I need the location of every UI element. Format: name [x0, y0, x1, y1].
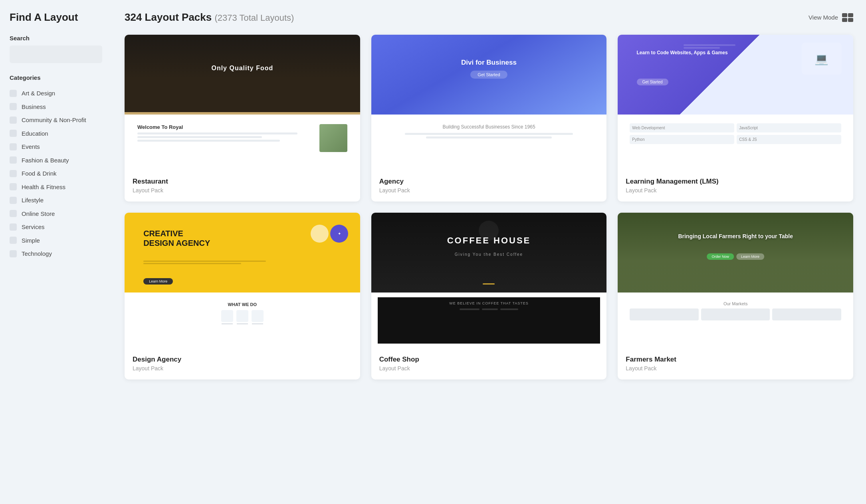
category-name-fashion-beauty: Fashion & Beauty — [22, 156, 69, 164]
card-info-coffee-shop: Coffee Shop Layout Pack — [371, 348, 607, 379]
category-checkbox-technology[interactable] — [10, 250, 17, 257]
main-content: 324 Layout Packs (2373 Total Layouts) Vi… — [112, 0, 866, 504]
card-agency[interactable]: Divi for Business Get Started Building S… — [371, 35, 607, 202]
category-name-food-drink: Food & Drink — [22, 170, 57, 178]
card-title-design-agency: Design Agency — [133, 356, 352, 364]
view-mode-area[interactable]: View Mode — [809, 13, 853, 22]
category-item-fashion-beauty[interactable]: Fashion & Beauty — [10, 154, 102, 167]
view-mode-label: View Mode — [809, 14, 838, 21]
card-title-restaurant: Restaurant — [133, 178, 352, 186]
card-title-agency: Agency — [379, 178, 599, 186]
category-item-events[interactable]: Events — [10, 140, 102, 154]
card-preview-farmers-market: Bringing Local Farmers Right to your Tab… — [618, 213, 853, 348]
category-checkbox-online-store[interactable] — [10, 210, 17, 217]
category-name-technology: Technology — [22, 250, 52, 258]
category-name-events: Events — [22, 143, 40, 151]
total-layouts: (2373 Total Layouts) — [214, 13, 294, 23]
category-checkbox-community-nonprofit[interactable] — [10, 117, 17, 124]
search-label: Search — [10, 35, 102, 42]
card-info-restaurant: Restaurant Layout Pack — [125, 170, 360, 202]
category-name-education: Education — [22, 130, 48, 138]
card-info-farmers-market: Farmers Market Layout Pack — [618, 348, 853, 379]
main-header: 324 Layout Packs (2373 Total Layouts) Vi… — [125, 11, 853, 24]
category-checkbox-simple[interactable] — [10, 237, 17, 244]
category-item-education[interactable]: Education — [10, 127, 102, 140]
category-item-food-drink[interactable]: Food & Drink — [10, 167, 102, 180]
main-title-area: 324 Layout Packs (2373 Total Layouts) — [125, 11, 294, 24]
card-preview-restaurant: Only Quality Food Welcome To Royal — [125, 35, 360, 170]
main-title: 324 Layout Packs (2373 Total Layouts) — [125, 11, 294, 23]
category-checkbox-food-drink[interactable] — [10, 170, 17, 177]
category-item-online-store[interactable]: Online Store — [10, 207, 102, 221]
cards-grid: Only Quality Food Welcome To Royal — [125, 35, 853, 379]
categories-list: Art & Design Business Community & Non-Pr… — [10, 87, 102, 261]
sidebar-title: Find A Layout — [10, 11, 102, 24]
card-info-agency: Agency Layout Pack — [371, 170, 607, 202]
card-subtitle-lms: Layout Pack — [626, 187, 845, 194]
card-preview-design-agency: CREATIVEDESIGN AGENCY Learn More ✦ WHAT … — [125, 213, 360, 348]
category-checkbox-fashion-beauty[interactable] — [10, 156, 17, 164]
card-preview-bottom-agency: Building Successful Businesses Since 196… — [371, 115, 607, 170]
card-title-coffee-shop: Coffee Shop — [379, 356, 599, 364]
category-item-services[interactable]: Services — [10, 220, 102, 234]
card-preview-bottom-farmers-market: Our Markets — [618, 293, 853, 348]
layout-count: 324 Layout Packs — [125, 11, 212, 23]
categories-label: Categories — [10, 74, 102, 81]
category-item-technology[interactable]: Technology — [10, 247, 102, 261]
category-checkbox-health-fitness[interactable] — [10, 183, 17, 190]
category-name-health-fitness: Health & Fitness — [22, 183, 65, 191]
card-title-farmers-market: Farmers Market — [626, 356, 845, 364]
category-checkbox-events[interactable] — [10, 143, 17, 150]
category-name-simple: Simple — [22, 237, 40, 245]
category-item-lifestyle[interactable]: Lifestyle — [10, 194, 102, 207]
card-info-design-agency: Design Agency Layout Pack — [125, 348, 360, 379]
card-subtitle-farmers-market: Layout Pack — [626, 365, 845, 372]
card-preview-lms: Learn to Code Websites, Apps & Games Get… — [618, 35, 853, 170]
card-subtitle-design-agency: Layout Pack — [133, 365, 352, 372]
card-title-lms: Learning Management (LMS) — [626, 178, 845, 186]
sidebar: Find A Layout Search Categories Art & De… — [0, 0, 112, 504]
category-checkbox-services[interactable] — [10, 223, 17, 231]
card-info-lms: Learning Management (LMS) Layout Pack — [618, 170, 853, 202]
card-restaurant[interactable]: Only Quality Food Welcome To Royal — [125, 35, 360, 202]
view-mode-icon[interactable] — [842, 13, 853, 22]
card-coffee-shop[interactable]: COFFEE HOUSE Giving You the Best Coffee … — [371, 213, 607, 379]
category-name-services: Services — [22, 223, 45, 231]
card-design-agency[interactable]: CREATIVEDESIGN AGENCY Learn More ✦ WHAT … — [125, 213, 360, 379]
category-name-lifestyle: Lifestyle — [22, 196, 44, 204]
card-lms[interactable]: Learn to Code Websites, Apps & Games Get… — [618, 35, 853, 202]
category-item-art-design[interactable]: Art & Design — [10, 87, 102, 100]
category-name-online-store: Online Store — [22, 210, 55, 218]
card-farmers-market[interactable]: Bringing Local Farmers Right to your Tab… — [618, 213, 853, 379]
category-checkbox-art-design[interactable] — [10, 90, 17, 97]
card-subtitle-coffee-shop: Layout Pack — [379, 365, 599, 372]
card-preview-bottom-restaurant: Welcome To Royal — [125, 115, 360, 170]
card-subtitle-agency: Layout Pack — [379, 187, 599, 194]
category-item-health-fitness[interactable]: Health & Fitness — [10, 180, 102, 194]
card-preview-coffee-shop: COFFEE HOUSE Giving You the Best Coffee … — [371, 213, 607, 348]
category-item-community-nonprofit[interactable]: Community & Non-Profit — [10, 113, 102, 127]
app-layout: Find A Layout Search Categories Art & De… — [0, 0, 866, 504]
category-name-business: Business — [22, 103, 46, 111]
card-preview-bottom-design-agency: WHAT WE DO — [125, 293, 360, 348]
card-preview-bottom-lms: Web Development JavaScript Python CSS & … — [618, 115, 853, 170]
category-item-simple[interactable]: Simple — [10, 234, 102, 247]
category-checkbox-business[interactable] — [10, 103, 17, 110]
card-subtitle-restaurant: Layout Pack — [133, 187, 352, 194]
search-input[interactable] — [10, 45, 102, 63]
card-preview-bottom-coffee-shop: WE BELIEVE IN COFFEE THAT TASTES — [371, 293, 607, 348]
category-checkbox-education[interactable] — [10, 130, 17, 137]
card-preview-agency: Divi for Business Get Started Building S… — [371, 35, 607, 170]
category-checkbox-lifestyle[interactable] — [10, 197, 17, 204]
category-name-community-nonprofit: Community & Non-Profit — [22, 116, 86, 124]
category-name-art-design: Art & Design — [22, 89, 55, 97]
category-item-business[interactable]: Business — [10, 100, 102, 114]
